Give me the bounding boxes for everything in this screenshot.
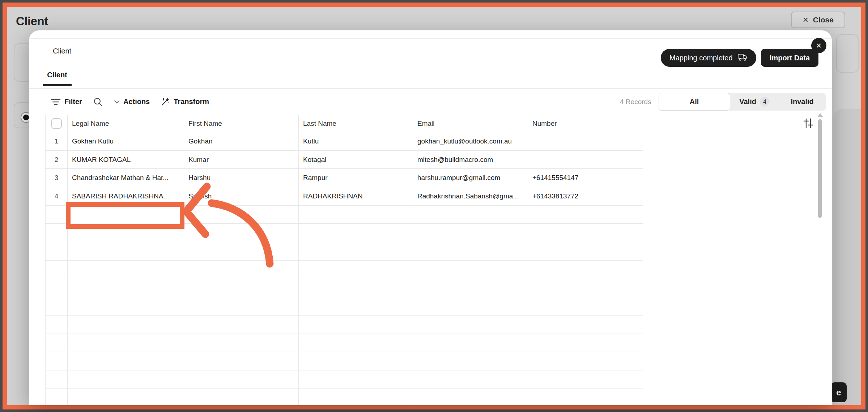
cell-first_name[interactable] <box>184 334 299 352</box>
cell-number[interactable]: +61433813772 <box>528 187 643 205</box>
cell-last_name[interactable] <box>299 242 413 260</box>
cell-first_name[interactable] <box>184 352 299 370</box>
cell-number[interactable] <box>528 352 643 370</box>
import-data-button[interactable]: Import Data <box>761 49 818 67</box>
partially-hidden-button[interactable]: e <box>831 382 847 402</box>
cell-first_name[interactable]: Gokhan <box>184 132 299 150</box>
cell-legal_name[interactable] <box>68 370 184 389</box>
cell-last_name[interactable]: Kutlu <box>299 132 413 150</box>
transform-button[interactable]: Transform <box>161 97 209 107</box>
cell-email[interactable] <box>413 334 528 352</box>
scrollbar-thumb[interactable] <box>818 119 822 218</box>
cell-email[interactable]: gokhan_kutlu@outlook.com.au <box>413 132 528 150</box>
cell-number[interactable] <box>528 242 643 260</box>
column-header-last_name[interactable]: Last Name <box>299 115 413 132</box>
row-number <box>45 297 68 315</box>
cell-legal_name[interactable] <box>68 297 184 315</box>
filter-button[interactable]: Filter <box>51 98 82 106</box>
truck-icon <box>738 53 748 63</box>
cell-last_name[interactable]: Kotagal <box>299 151 413 169</box>
cell-number[interactable] <box>528 370 643 389</box>
cell-email[interactable] <box>413 206 528 224</box>
cell-last_name[interactable] <box>299 316 413 334</box>
cell-email[interactable] <box>413 279 528 297</box>
cell-first_name[interactable] <box>184 389 299 405</box>
search-button[interactable] <box>93 97 103 107</box>
cell-legal_name[interactable] <box>68 352 184 370</box>
column-header-legal_name[interactable]: Legal Name <box>68 115 184 132</box>
cell-email[interactable] <box>413 352 528 370</box>
cell-email[interactable] <box>413 370 528 389</box>
cell-last_name[interactable] <box>299 224 413 242</box>
cell-number[interactable] <box>528 261 643 279</box>
toggle-all[interactable]: All <box>659 93 730 111</box>
cell-legal_name[interactable] <box>68 279 184 297</box>
select-all-checkbox[interactable] <box>51 118 62 129</box>
cell-email[interactable] <box>413 224 528 242</box>
cell-email[interactable] <box>413 389 528 405</box>
modal-close-button[interactable]: ✕ <box>811 38 826 53</box>
mapping-completed-button[interactable]: Mapping completed <box>661 49 756 67</box>
cell-number[interactable] <box>528 132 643 150</box>
cell-number[interactable] <box>528 297 643 315</box>
cell-email[interactable]: harshu.rampur@gmail.com <box>413 169 528 187</box>
cell-email[interactable]: mitesh@buildmacro.com <box>413 151 528 169</box>
row-number: 3 <box>45 169 68 187</box>
table-row: 3Chandrashekar Mathan & Har...HarshuRamp… <box>45 169 643 187</box>
cell-legal_name[interactable] <box>68 334 184 352</box>
cell-last_name[interactable] <box>299 389 413 405</box>
records-filter-toggle: All Valid 4 Invalid <box>659 93 826 111</box>
actions-button[interactable]: Actions <box>114 98 150 106</box>
cell-last_name[interactable] <box>299 261 413 279</box>
cell-last_name[interactable] <box>299 279 413 297</box>
cell-last_name[interactable] <box>299 206 413 224</box>
column-settings-icon[interactable] <box>803 117 814 130</box>
tab-client[interactable]: Client <box>43 71 72 86</box>
cell-email[interactable] <box>413 297 528 315</box>
search-icon <box>93 97 103 107</box>
cell-last_name[interactable]: RADHAKRISHNAN <box>299 187 413 205</box>
cell-email[interactable]: Radhakrishnan.Sabarish@gma... <box>413 187 528 205</box>
cell-legal_name[interactable]: KUMAR KOTAGAL <box>68 151 184 169</box>
background-card <box>836 34 859 73</box>
cell-legal_name[interactable] <box>68 316 184 334</box>
cell-email[interactable] <box>413 316 528 334</box>
cell-legal_name[interactable] <box>68 242 184 260</box>
cell-number[interactable] <box>528 316 643 334</box>
cell-number[interactable] <box>528 206 643 224</box>
cell-last_name[interactable] <box>299 297 413 315</box>
column-header-first_name[interactable]: First Name <box>184 115 299 132</box>
cell-number[interactable] <box>528 151 643 169</box>
cell-first_name[interactable] <box>184 297 299 315</box>
cell-number[interactable] <box>528 389 643 405</box>
column-header-email[interactable]: Email <box>413 115 528 132</box>
column-header-number[interactable]: Number <box>528 115 643 132</box>
cell-legal_name[interactable]: Chandrashekar Mathan & Har... <box>68 169 184 187</box>
cell-number[interactable] <box>528 224 643 242</box>
table-header-row: Legal NameFirst NameLast NameEmailNumber <box>45 115 643 132</box>
page-close-button[interactable]: ✕ Close <box>791 12 845 28</box>
cell-number[interactable] <box>528 279 643 297</box>
cell-first_name[interactable] <box>184 316 299 334</box>
select-all-cell <box>45 115 68 132</box>
cell-first_name[interactable]: Kumar <box>184 151 299 169</box>
modal-top-divider <box>29 38 832 39</box>
cell-last_name[interactable]: Rampur <box>299 169 413 187</box>
cell-email[interactable] <box>413 261 528 279</box>
records-count: 4 Records <box>620 98 651 106</box>
scroll-up-arrow[interactable] <box>817 113 823 117</box>
toggle-invalid[interactable]: Invalid <box>779 93 826 111</box>
cell-first_name[interactable] <box>184 279 299 297</box>
cell-number[interactable]: +61415554147 <box>528 169 643 187</box>
cell-first_name[interactable] <box>184 370 299 389</box>
cell-legal_name[interactable]: Gokhan Kutlu <box>68 132 184 150</box>
toggle-valid[interactable]: Valid 4 <box>730 93 779 111</box>
cell-last_name[interactable] <box>299 352 413 370</box>
toggle-all-label: All <box>690 98 699 106</box>
cell-last_name[interactable] <box>299 370 413 389</box>
cell-number[interactable] <box>528 334 643 352</box>
cell-last_name[interactable] <box>299 334 413 352</box>
cell-legal_name[interactable] <box>68 261 184 279</box>
cell-legal_name[interactable] <box>68 389 184 405</box>
cell-email[interactable] <box>413 242 528 260</box>
